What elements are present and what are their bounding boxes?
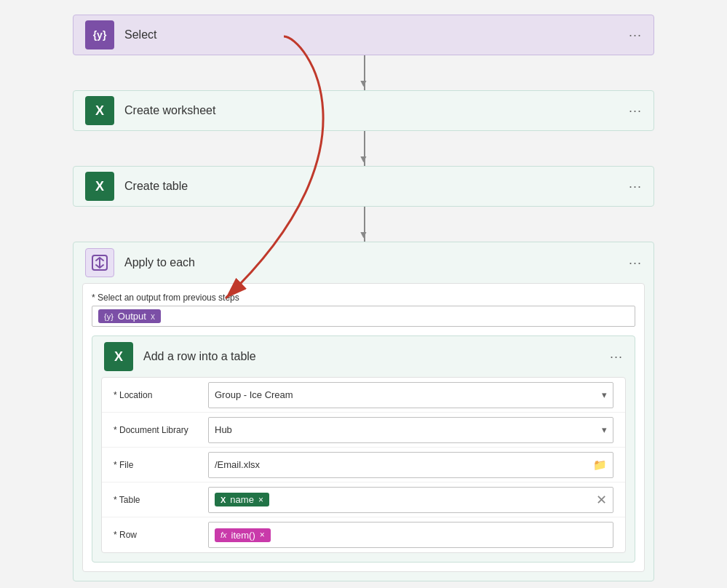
file-input[interactable]: /Email.xlsx 📁 — [208, 452, 613, 478]
add-row-form: * Location Group - Ice Cream ▾ * Documen… — [101, 377, 626, 553]
add-row-icon: X — [104, 342, 133, 371]
excel-icon-worksheet: X — [95, 103, 104, 119]
add-row-label: Add a row into a table — [143, 350, 610, 363]
loop-icon — [92, 255, 108, 271]
output-tag-label: Output — [118, 311, 146, 322]
document-library-dropdown-icon: ▾ — [602, 424, 607, 435]
document-library-label: * Document Library — [114, 425, 208, 435]
row-row: * Row fx item() × — [102, 517, 625, 552]
row-tag: fx item() × — [215, 528, 271, 542]
table-tag-icon: X — [221, 496, 226, 504]
row-label: * Row — [114, 530, 208, 540]
select-output-label: * Select an output from previous steps — [92, 293, 635, 303]
apply-to-each-menu-button[interactable]: ··· — [629, 255, 642, 271]
row-input[interactable]: fx item() × — [208, 522, 613, 548]
table-row: * Table X name × ✕ — [102, 482, 625, 517]
table-tag: X name × — [215, 493, 269, 506]
file-label: * File — [114, 460, 208, 470]
connector-1 — [73, 55, 654, 90]
select-icon: {y} — [85, 20, 114, 49]
location-dropdown-icon: ▾ — [602, 389, 607, 400]
location-row: * Location Group - Ice Cream ▾ — [102, 378, 625, 413]
table-tag-close-button[interactable]: × — [258, 495, 263, 505]
document-library-row: * Document Library Hub ▾ — [102, 413, 625, 448]
connector-3 — [73, 207, 654, 242]
curly-braces-icon: {y} — [93, 29, 107, 41]
select-card: {y} Select ··· — [73, 15, 654, 55]
row-tag-label: item() — [231, 530, 255, 541]
output-tag-icon: {y} — [104, 312, 114, 321]
create-table-menu-button[interactable]: ··· — [629, 179, 642, 194]
excel-icon-add-row: X — [114, 349, 123, 365]
output-tag: {y} Output x — [98, 309, 161, 323]
excel-icon-table: X — [95, 179, 104, 194]
apply-to-each-body: * Select an output from previous steps {… — [82, 283, 645, 572]
create-table-icon: X — [85, 172, 114, 201]
table-label: * Table — [114, 495, 208, 505]
create-worksheet-card: X Create worksheet ··· — [73, 90, 654, 131]
connector-2 — [73, 131, 654, 166]
location-value: Group - Ice Cream — [215, 389, 293, 400]
location-label: * Location — [114, 390, 208, 400]
create-table-label: Create table — [124, 180, 629, 193]
create-worksheet-icon: X — [85, 96, 114, 125]
apply-to-each-card: Apply to each ··· * Select an output fro… — [73, 242, 654, 581]
create-table-card: X Create table ··· — [73, 166, 654, 207]
add-row-menu-button[interactable]: ··· — [610, 349, 623, 365]
output-tag-row[interactable]: {y} Output x — [92, 306, 635, 327]
apply-to-each-icon — [85, 248, 114, 277]
create-worksheet-label: Create worksheet — [124, 104, 629, 117]
table-tag-label: name — [230, 494, 254, 505]
apply-to-each-header: Apply to each ··· — [74, 242, 653, 283]
file-value: /Email.xlsx — [215, 459, 260, 470]
table-clear-button[interactable]: ✕ — [596, 492, 607, 508]
apply-to-each-label: Apply to each — [124, 256, 629, 269]
row-tag-close-button[interactable]: × — [260, 530, 265, 540]
create-worksheet-menu-button[interactable]: ··· — [629, 103, 642, 119]
select-label: Select — [124, 28, 629, 41]
location-input[interactable]: Group - Ice Cream ▾ — [208, 382, 613, 408]
document-library-value: Hub — [215, 424, 232, 435]
file-row: * File /Email.xlsx 📁 — [102, 448, 625, 482]
table-input[interactable]: X name × ✕ — [208, 487, 613, 513]
folder-icon: 📁 — [593, 458, 607, 472]
add-row-card: X Add a row into a table ··· * Location … — [92, 335, 635, 563]
add-row-header: X Add a row into a table ··· — [92, 336, 635, 377]
document-library-input[interactable]: Hub ▾ — [208, 417, 613, 443]
fx-icon: fx — [221, 531, 227, 539]
select-menu-button[interactable]: ··· — [629, 28, 642, 43]
output-tag-close-button[interactable]: x — [151, 311, 155, 322]
